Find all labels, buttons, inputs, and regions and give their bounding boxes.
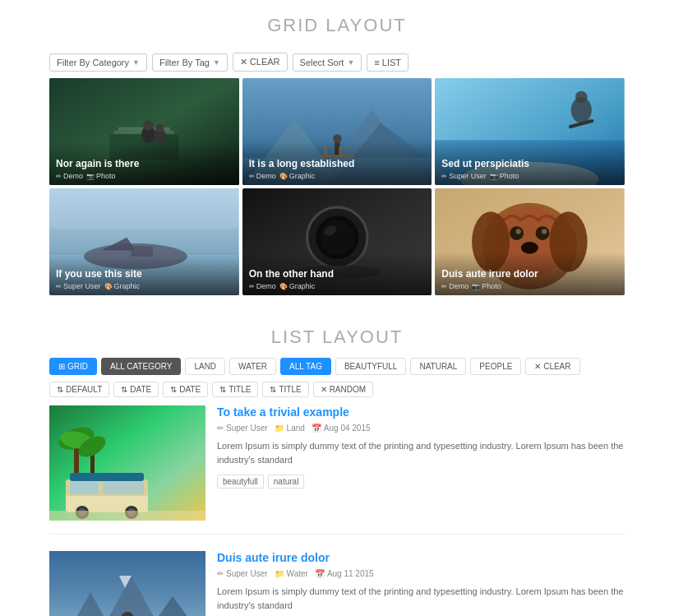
tag-demo: ✏ Demo <box>249 282 276 290</box>
sort-date-asc-button[interactable]: ⇅ DATE <box>113 382 159 397</box>
tag-graphic: 🎨 Graphic <box>104 282 141 290</box>
grid-item-overlay: Nor again is there ✏ Demo 📷 Photo <box>49 141 239 185</box>
clear-button[interactable]: ✕ CLEAR <box>233 53 288 72</box>
grid-item-tags: ✏ Demo 🎨 Graphic <box>249 172 426 180</box>
grid-item-title: Nor again is there <box>56 158 233 169</box>
meta-date: 📅 Aug 11 2015 <box>315 569 374 578</box>
svg-rect-54 <box>70 482 99 494</box>
grid-item-tags: ✏ Demo 📷 Photo <box>56 172 233 180</box>
grid-item[interactable]: Duis aute irure dolor ✏ Demo 📷 Photo <box>435 188 625 295</box>
grid-container: Nor again is there ✏ Demo 📷 Photo <box>0 78 674 312</box>
svg-rect-61 <box>49 511 205 521</box>
list-item[interactable]: Duis aute irure dolor ✏ Super User 📁 Wat… <box>49 551 625 616</box>
all-category-button[interactable]: ALL CATEGORY <box>101 358 181 375</box>
list-item-title[interactable]: To take a trivial example <box>217 405 625 419</box>
tag-demo: ✏ Demo <box>56 172 83 180</box>
grid-item[interactable]: Sed ut perspiciatis ✏ Super User 📷 Photo <box>435 78 625 185</box>
list-view-button[interactable]: ≡ LIST <box>367 53 409 72</box>
grid-item-title: It is a long established <box>249 158 426 169</box>
grid-item[interactable]: On the other hand ✏ Demo 🎨 Graphic <box>242 188 432 295</box>
grid-item[interactable]: If you use this site ✏ Super User 🎨 Grap… <box>49 188 239 295</box>
calendar-icon: 📅 <box>315 569 325 578</box>
pencil-icon: ✏ <box>217 424 224 433</box>
grid-item-title: If you use this site <box>56 268 233 280</box>
tag-photo: 📷 Photo <box>86 172 116 180</box>
tag-pill: beautyfull <box>217 475 264 489</box>
water-button[interactable]: WATER <box>229 358 276 375</box>
svg-rect-60 <box>70 473 144 481</box>
sort-random-button[interactable]: ✕ RANDOM <box>313 382 373 397</box>
meta-category: 📁 Land <box>275 424 305 433</box>
sort-default-button[interactable]: ⇅ DEFAULT <box>49 382 109 397</box>
tag-graphic: 🎨 Graphic <box>279 172 316 180</box>
sort-icon: ⇅ <box>270 385 276 394</box>
grid-item-tags: ✏ Demo 📷 Photo <box>441 282 618 290</box>
tag-photo: 📷 Photo <box>490 172 519 180</box>
grid-item-tags: ✏ Demo 🎨 Graphic <box>249 282 426 290</box>
list-item-content: To take a trivial example ✏ Super User 📁… <box>217 405 625 521</box>
list-item-description: Lorem Ipsum is simply dummy text of the … <box>217 585 625 612</box>
svg-rect-29 <box>49 188 239 229</box>
list-item-meta: ✏ Super User 📁 Water 📅 Aug 11 2015 <box>217 569 625 578</box>
sort-title-asc-button[interactable]: ⇅ TITLE <box>212 382 258 397</box>
grid-item-overlay: Sed ut perspiciatis ✏ Super User 📷 Photo <box>435 141 625 185</box>
sort-icon: ⇅ <box>170 385 177 394</box>
category-filter[interactable]: Filter By Category ▼ <box>49 53 147 72</box>
svg-point-33 <box>320 220 354 255</box>
svg-point-43 <box>516 229 521 234</box>
grid-item[interactable]: Nor again is there ✏ Demo 📷 Photo <box>49 78 239 185</box>
chevron-down-icon: ▼ <box>213 58 220 67</box>
sort-filter[interactable]: Select Sort ▼ <box>293 53 362 72</box>
list-item-meta: ✏ Super User 📁 Land 📅 Aug 04 2015 <box>217 424 625 433</box>
tag-superuser: ✏ Super User <box>56 282 101 290</box>
grid-filter-bar: Filter By Category ▼ Filter By Tag ▼ ✕ C… <box>0 46 674 78</box>
chevron-down-icon: ▼ <box>347 58 354 67</box>
grid-item-tags: ✏ Super User 🎨 Graphic <box>56 282 233 290</box>
calendar-icon: 📅 <box>312 424 321 433</box>
grid-item-overlay: On the other hand ✏ Demo 🎨 Graphic <box>242 252 432 295</box>
svg-point-21 <box>575 91 588 104</box>
grid-view-button[interactable]: ⊞ GRID <box>49 358 97 375</box>
clear-tag-button[interactable]: ✕ CLEAR <box>525 358 579 375</box>
list-item-tags: beautyfull natural <box>217 475 625 489</box>
list-type-filter-bar: ⊞ GRID ALL CATEGORY LAND WATER ALL TAG B… <box>0 358 674 382</box>
list-section-title: LIST LAYOUT <box>0 312 674 358</box>
land-button[interactable]: LAND <box>185 358 225 375</box>
tag-superuser: ✏ Super User <box>441 172 487 180</box>
grid-item[interactable]: It is a long established ✏ Demo 🎨 Graphi… <box>242 78 432 185</box>
tag-demo: ✏ Demo <box>441 282 469 290</box>
natural-button[interactable]: NATURAL <box>410 358 466 375</box>
list-items-container: To take a trivial example ✏ Super User 📁… <box>0 405 674 616</box>
sort-title-desc-button[interactable]: ⇅ TITLE <box>262 382 308 397</box>
meta-date: 📅 Aug 04 2015 <box>312 424 371 433</box>
grid-item-title: On the other hand <box>249 268 426 280</box>
all-tag-button[interactable]: ALL TAG <box>280 358 331 375</box>
list-item[interactable]: To take a trivial example ✏ Super User 📁… <box>49 405 625 535</box>
list-item-image <box>49 551 205 616</box>
tag-graphic: 🎨 Graphic <box>279 282 316 290</box>
sort-date-desc-button[interactable]: ⇅ DATE <box>163 382 208 397</box>
tag-demo: ✏ Demo <box>249 172 276 180</box>
folder-icon: 📁 <box>275 569 284 578</box>
beautyfull-button[interactable]: BEAUTYFULL <box>335 358 406 375</box>
pencil-icon: ✏ <box>217 569 224 578</box>
sort-icon: ⇅ <box>57 385 63 394</box>
list-item-content: Duis aute irure dolor ✏ Super User 📁 Wat… <box>217 551 625 616</box>
chevron-down-icon: ▼ <box>132 58 140 67</box>
grid-item-tags: ✏ Super User 📷 Photo <box>441 172 618 180</box>
tag-filter[interactable]: Filter By Tag ▼ <box>152 53 228 72</box>
list-item-title[interactable]: Duis aute irure dolor <box>217 551 625 564</box>
sort-icon: ⇅ <box>219 385 226 394</box>
grid-item-title: Duis aute irure dolor <box>441 268 618 280</box>
grid-section-title: GRID LAYOUT <box>0 0 674 46</box>
folder-icon: 📁 <box>275 424 284 433</box>
grid-item-overlay: If you use this site ✏ Super User 🎨 Grap… <box>49 252 239 295</box>
svg-point-7 <box>155 124 164 132</box>
people-button[interactable]: PEOPLE <box>470 358 521 375</box>
grid-item-overlay: It is a long established ✏ Demo 🎨 Graphi… <box>242 141 432 185</box>
meta-author: ✏ Super User <box>217 569 268 578</box>
svg-point-5 <box>143 120 154 131</box>
meta-author: ✏ Super User <box>217 424 268 433</box>
svg-point-44 <box>542 229 547 234</box>
list-item-description: Lorem Ipsum is simply dummy text of the … <box>217 439 625 466</box>
